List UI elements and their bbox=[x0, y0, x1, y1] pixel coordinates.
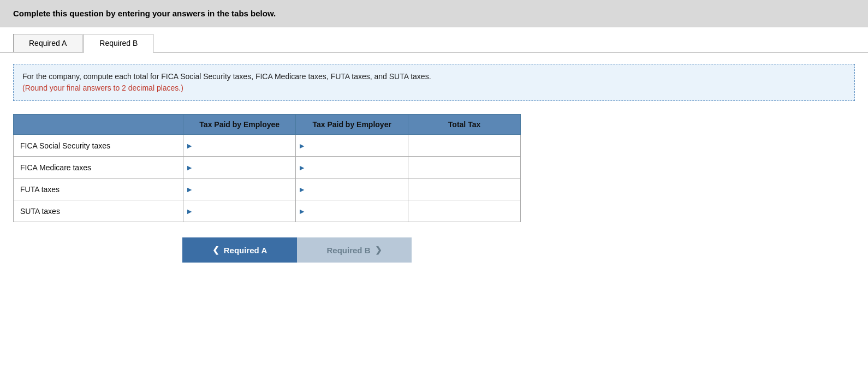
total-cell-3[interactable] bbox=[408, 200, 521, 222]
total-cell-1[interactable] bbox=[408, 157, 521, 178]
col-header-employer: Tax Paid by Employer bbox=[296, 115, 408, 135]
arrow-icon: ► bbox=[186, 141, 193, 150]
prev-button-label: Required A bbox=[224, 246, 267, 255]
table-row: FICA Social Security taxes►► bbox=[14, 135, 521, 157]
employee-cell-3[interactable]: ► bbox=[183, 200, 296, 222]
instructions-box: For the company, compute each total for … bbox=[13, 64, 855, 101]
table-row: FUTA taxes►► bbox=[14, 178, 521, 200]
instructions-round-note: (Round your final answers to 2 decimal p… bbox=[22, 84, 183, 92]
next-button[interactable]: Required B ❯ bbox=[297, 237, 412, 263]
employer-cell-3[interactable]: ► bbox=[296, 200, 408, 222]
arrow-icon: ► bbox=[298, 141, 306, 150]
employee-input-3[interactable] bbox=[194, 205, 293, 218]
employer-input-0[interactable] bbox=[307, 139, 406, 152]
total-input-2[interactable] bbox=[411, 183, 518, 196]
employer-cell-1[interactable]: ► bbox=[296, 157, 408, 178]
employer-input-3[interactable] bbox=[307, 205, 406, 218]
row-label-3: SUTA taxes bbox=[14, 200, 183, 222]
next-chevron-icon: ❯ bbox=[375, 245, 382, 255]
col-header-label bbox=[14, 115, 183, 135]
total-input-0[interactable] bbox=[411, 139, 518, 152]
col-header-total: Total Tax bbox=[408, 115, 521, 135]
tax-table: Tax Paid by Employee Tax Paid by Employe… bbox=[13, 114, 521, 222]
employee-cell-2[interactable]: ► bbox=[183, 178, 296, 200]
nav-buttons: ❮ Required A Required B ❯ bbox=[182, 237, 855, 263]
arrow-icon: ► bbox=[186, 207, 193, 216]
arrow-icon: ► bbox=[298, 185, 306, 194]
next-button-label: Required B bbox=[326, 246, 370, 255]
table-row: SUTA taxes►► bbox=[14, 200, 521, 222]
employee-cell-0[interactable]: ► bbox=[183, 135, 296, 157]
tabs-row: Required A Required B bbox=[0, 27, 868, 53]
arrow-icon: ► bbox=[298, 163, 306, 172]
total-cell-0[interactable] bbox=[408, 135, 521, 157]
tab-required-a[interactable]: Required A bbox=[13, 34, 82, 52]
employee-cell-1[interactable]: ► bbox=[183, 157, 296, 178]
arrow-icon: ► bbox=[186, 185, 193, 194]
total-input-3[interactable] bbox=[411, 205, 518, 218]
instruction-text: Complete this question by entering your … bbox=[13, 9, 276, 18]
employee-input-2[interactable] bbox=[194, 183, 293, 196]
employer-input-2[interactable] bbox=[307, 183, 406, 196]
arrow-icon: ► bbox=[186, 163, 193, 172]
total-input-1[interactable] bbox=[411, 161, 518, 174]
employee-input-0[interactable] bbox=[194, 139, 293, 152]
prev-button[interactable]: ❮ Required A bbox=[182, 237, 297, 263]
arrow-icon: ► bbox=[298, 207, 306, 216]
content-area: For the company, compute each total for … bbox=[0, 53, 868, 273]
employer-cell-0[interactable]: ► bbox=[296, 135, 408, 157]
employee-input-1[interactable] bbox=[194, 161, 293, 174]
row-label-1: FICA Medicare taxes bbox=[14, 157, 183, 178]
employer-cell-2[interactable]: ► bbox=[296, 178, 408, 200]
col-header-employee: Tax Paid by Employee bbox=[183, 115, 296, 135]
instruction-bar: Complete this question by entering your … bbox=[0, 0, 868, 27]
row-label-2: FUTA taxes bbox=[14, 178, 183, 200]
employer-input-1[interactable] bbox=[307, 161, 406, 174]
instructions-main-text: For the company, compute each total for … bbox=[22, 72, 431, 81]
prev-chevron-icon: ❮ bbox=[212, 245, 219, 255]
total-cell-2[interactable] bbox=[408, 178, 521, 200]
tab-required-b[interactable]: Required B bbox=[84, 34, 153, 53]
table-row: FICA Medicare taxes►► bbox=[14, 157, 521, 178]
row-label-0: FICA Social Security taxes bbox=[14, 135, 183, 157]
